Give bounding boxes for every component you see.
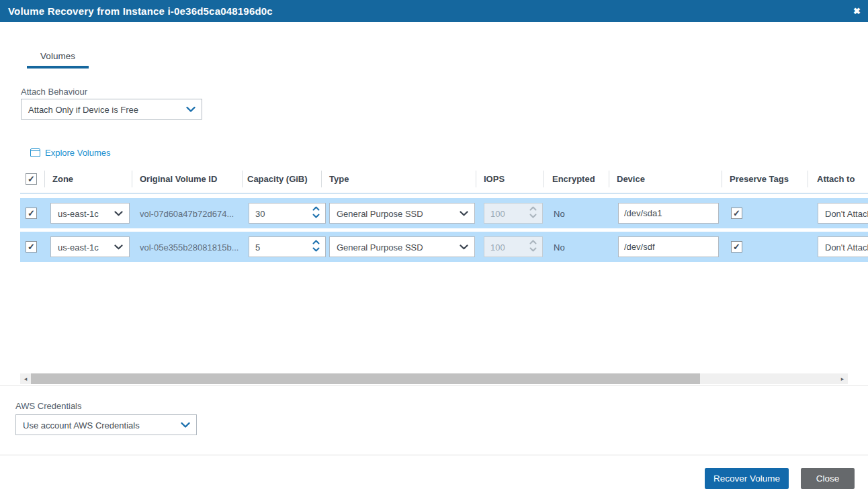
stepper-up-icon[interactable] <box>312 240 320 244</box>
preserve-tags-checkbox[interactable] <box>731 241 742 253</box>
iops-value: 100 <box>490 242 505 252</box>
chevron-down-icon <box>460 211 468 216</box>
col-header-original-volume-id: Original Volume ID <box>140 174 217 184</box>
encrypted-value: No <box>554 242 565 252</box>
column-divider <box>808 171 808 187</box>
scroll-left-icon[interactable]: ◂ <box>20 373 31 384</box>
capacity-value: 5 <box>255 242 260 252</box>
table-row: us-east-1c vol-07d60a47b72d674... 30 Gen… <box>20 198 868 228</box>
tab-volumes[interactable]: Volumes <box>27 51 89 61</box>
encrypted-value: No <box>554 208 565 218</box>
column-divider <box>132 171 132 187</box>
select-all-checkbox[interactable] <box>26 173 37 185</box>
device-input[interactable] <box>618 236 719 257</box>
col-header-type: Type <box>329 174 349 184</box>
tab-active-underline <box>27 66 89 69</box>
zone-value: us-east-1c <box>58 208 99 218</box>
attach-to-select[interactable]: Don't Attach <box>818 236 868 257</box>
column-divider <box>609 171 609 187</box>
col-header-encrypted: Encrypted <box>552 174 595 184</box>
close-icon[interactable]: ✖ <box>853 0 861 22</box>
column-divider <box>321 171 322 187</box>
iops-stepper: 100 <box>484 203 543 224</box>
stepper-down-icon[interactable] <box>312 247 320 252</box>
row-select-checkbox[interactable] <box>26 241 37 253</box>
volume-type-select[interactable]: General Purpose SSD <box>329 236 475 257</box>
horizontal-scrollbar[interactable]: ◂ ▸ <box>20 373 848 384</box>
stepper-down-icon[interactable] <box>312 214 320 218</box>
close-button[interactable]: Close <box>801 468 855 489</box>
explore-volumes-label: Explore Volumes <box>45 148 111 158</box>
dialog-title: Volume Recovery from Instance i-0e36d5ca… <box>8 0 273 22</box>
recover-volume-button[interactable]: Recover Volume <box>705 468 789 489</box>
col-header-preserve-tags: Preserve Tags <box>730 174 789 184</box>
attach-behaviour-select[interactable]: Attach Only if Device is Free <box>21 99 202 120</box>
zone-select[interactable]: us-east-1c <box>50 203 130 224</box>
table-bottom-border <box>0 385 868 385</box>
scrollbar-thumb[interactable] <box>31 373 700 384</box>
stepper-up-icon[interactable] <box>312 206 320 211</box>
device-input[interactable] <box>618 203 719 224</box>
col-header-attach-to: Attach to <box>817 174 855 184</box>
zone-select[interactable]: us-east-1c <box>50 236 130 257</box>
chevron-down-icon <box>460 244 468 250</box>
attach-to-value: Don't Attach <box>825 242 868 252</box>
attach-behaviour-label: Attach Behaviour <box>21 87 87 97</box>
table-row: us-east-1c vol-05e355b28081815b... 5 Gen… <box>20 232 868 262</box>
attach-to-select[interactable]: Don't Attach <box>818 203 868 224</box>
column-divider <box>476 171 476 187</box>
col-header-zone: Zone <box>52 174 73 184</box>
scroll-right-icon[interactable]: ▸ <box>837 373 848 384</box>
capacity-stepper[interactable]: 30 <box>249 203 326 224</box>
chevron-down-icon <box>181 422 190 428</box>
stepper-up-icon <box>529 240 537 244</box>
original-volume-id: vol-07d60a47b72d674... <box>140 208 234 218</box>
column-divider <box>543 171 544 187</box>
column-divider <box>44 171 45 187</box>
stepper-up-icon <box>529 206 537 211</box>
col-header-capacity: Capacity (GiB) <box>247 174 308 184</box>
zone-value: us-east-1c <box>58 242 99 252</box>
aws-credentials-label: AWS Credentials <box>15 401 82 411</box>
preserve-tags-checkbox[interactable] <box>731 208 742 219</box>
original-volume-id: vol-05e355b28081815b... <box>140 242 238 252</box>
volume-type-select[interactable]: General Purpose SSD <box>329 203 475 224</box>
col-header-device: Device <box>617 174 645 184</box>
capacity-value: 30 <box>255 208 265 218</box>
volume-type-value: General Purpose SSD <box>337 242 423 252</box>
table-header-border <box>20 193 868 194</box>
iops-stepper: 100 <box>484 236 543 257</box>
attach-to-value: Don't Attach <box>825 208 868 218</box>
attach-behaviour-value: Attach Only if Device is Free <box>28 104 138 114</box>
explore-window-icon <box>30 148 40 157</box>
dialog-header: Volume Recovery from Instance i-0e36d5ca… <box>0 0 868 22</box>
column-divider <box>722 171 722 187</box>
stepper-down-icon <box>529 247 537 252</box>
row-select-checkbox[interactable] <box>26 208 37 219</box>
volume-type-value: General Purpose SSD <box>337 208 423 218</box>
chevron-down-icon <box>114 244 123 250</box>
iops-value: 100 <box>490 208 505 218</box>
column-divider <box>242 171 243 187</box>
col-header-iops: IOPS <box>484 174 505 184</box>
footer-divider <box>0 455 868 455</box>
stepper-down-icon <box>529 214 537 218</box>
aws-credentials-value: Use account AWS Credentials <box>23 420 140 430</box>
chevron-down-icon <box>186 106 196 112</box>
chevron-down-icon <box>114 211 123 216</box>
aws-credentials-select[interactable]: Use account AWS Credentials <box>15 414 197 435</box>
capacity-stepper[interactable]: 5 <box>249 236 326 257</box>
